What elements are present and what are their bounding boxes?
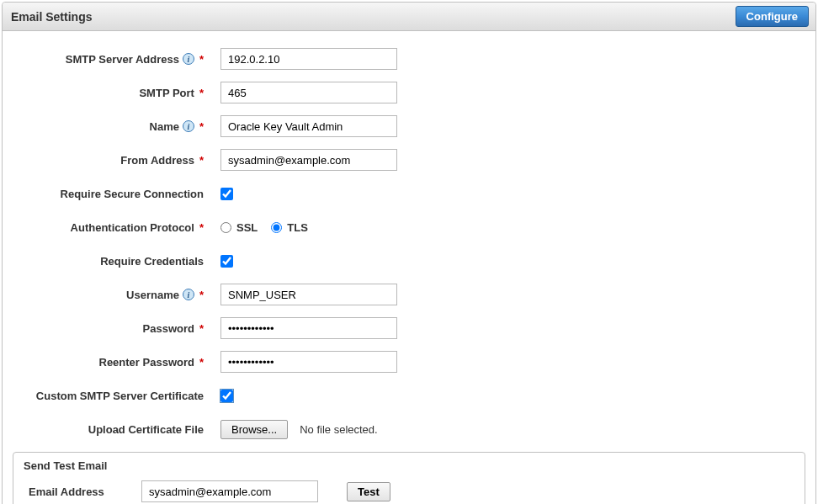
email-settings-panel: Email Settings Configure SMTP Server Add… <box>2 2 816 504</box>
label-reenter-password: Reenter Password * <box>11 356 209 369</box>
from-address-input[interactable] <box>220 149 397 171</box>
required-marker: * <box>199 53 204 66</box>
password-input[interactable] <box>220 317 397 339</box>
required-marker: * <box>199 289 204 301</box>
required-marker: * <box>199 87 204 99</box>
smtp-server-address-input[interactable] <box>220 48 397 70</box>
label-smtp-port: SMTP Port * <box>11 87 209 99</box>
row-auth-protocol: Authentication Protocol * SSL TLS <box>11 216 807 238</box>
required-marker: * <box>199 120 204 133</box>
required-marker: * <box>199 221 204 234</box>
svg-text:i: i <box>188 122 190 131</box>
label-smtp-server-address: SMTP Server Address i * <box>11 53 209 66</box>
no-file-text: No file selected. <box>300 423 378 436</box>
label-from-address: From Address * <box>11 154 209 167</box>
radio-ssl-input[interactable] <box>220 222 231 233</box>
panel-header: Email Settings Configure <box>3 3 815 31</box>
radio-tls[interactable]: TLS <box>271 221 308 234</box>
row-require-secure: Require Secure Connection <box>11 183 807 204</box>
info-icon[interactable]: i <box>183 53 194 65</box>
require-secure-checkbox[interactable] <box>220 188 233 200</box>
auth-protocol-radio-group: SSL TLS <box>220 221 308 234</box>
label-upload-cert: Upload Certificate File <box>11 423 209 436</box>
info-icon[interactable]: i <box>183 120 194 132</box>
row-from-address: From Address * <box>11 149 807 171</box>
send-test-email-box: Send Test Email Email Address Test <box>13 452 805 504</box>
row-custom-cert: Custom SMTP Server Certificate <box>11 385 807 406</box>
row-password: Password * <box>11 317 807 339</box>
label-require-credentials: Require Credentials <box>11 255 209 268</box>
send-test-email-row: Email Address Test <box>24 480 794 502</box>
row-username: Username i * <box>11 284 807 305</box>
test-email-input[interactable] <box>141 480 318 502</box>
smtp-port-input[interactable] <box>220 82 397 103</box>
reenter-password-input[interactable] <box>220 351 397 373</box>
label-require-secure: Require Secure Connection <box>11 188 209 200</box>
custom-cert-checkbox[interactable] <box>220 390 233 402</box>
svg-text:i: i <box>188 55 190 64</box>
require-credentials-checkbox[interactable] <box>220 255 233 268</box>
required-marker: * <box>199 322 204 335</box>
username-input[interactable] <box>220 284 397 305</box>
label-auth-protocol: Authentication Protocol * <box>11 221 209 234</box>
row-require-credentials: Require Credentials <box>11 250 807 272</box>
label-password: Password * <box>11 322 209 335</box>
test-button[interactable]: Test <box>347 482 390 501</box>
panel-body: SMTP Server Address i * SMTP Port * <box>3 31 815 504</box>
configure-button[interactable]: Configure <box>736 6 809 27</box>
row-upload-cert: Upload Certificate File Browse... No fil… <box>11 418 807 440</box>
info-icon[interactable]: i <box>183 289 194 300</box>
label-email-address: Email Address <box>24 485 126 498</box>
svg-text:i: i <box>188 290 190 300</box>
browse-button[interactable]: Browse... <box>220 420 288 439</box>
radio-ssl[interactable]: SSL <box>220 221 258 234</box>
label-name: Name i * <box>11 120 209 133</box>
panel-title: Email Settings <box>11 10 92 24</box>
send-test-email-title: Send Test Email <box>24 456 794 480</box>
row-smtp-port: SMTP Port * <box>11 82 807 103</box>
row-name: Name i * <box>11 115 807 137</box>
label-custom-cert: Custom SMTP Server Certificate <box>11 390 209 402</box>
label-username: Username i * <box>11 289 209 301</box>
row-reenter-password: Reenter Password * <box>11 351 807 373</box>
radio-tls-input[interactable] <box>271 222 282 233</box>
name-input[interactable] <box>220 115 397 137</box>
row-smtp-server-address: SMTP Server Address i * <box>11 48 807 70</box>
required-marker: * <box>199 356 204 369</box>
required-marker: * <box>199 154 204 167</box>
